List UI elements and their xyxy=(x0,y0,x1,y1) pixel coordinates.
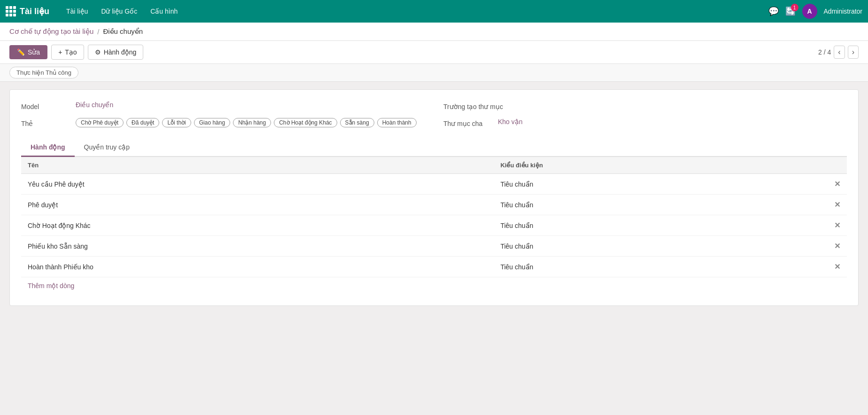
update-button[interactable]: 🔄 1 xyxy=(785,6,796,16)
table-row: Phiếu kho Sẵn sàng Tiêu chuẩn ✕ xyxy=(21,236,847,257)
tab-permissions[interactable]: Quyền truy cập xyxy=(75,139,139,157)
row-name: Hoàn thành Phiếu kho xyxy=(21,257,494,277)
col-name-header: Tên xyxy=(21,157,494,174)
breadcrumb-parent[interactable]: Cơ chế tự động tạo tài liệu xyxy=(9,27,93,36)
pencil-icon: ✏️ xyxy=(17,48,25,56)
model-field-row: Model Điều chuyển xyxy=(21,101,425,110)
delete-icon[interactable]: ✕ xyxy=(834,221,840,229)
create-button[interactable]: + Tạo xyxy=(51,45,84,60)
tags-label: Thẻ xyxy=(21,118,68,127)
delete-icon[interactable]: ✕ xyxy=(834,263,840,271)
row-name: Yêu cầu Phê duyệt xyxy=(21,174,494,195)
tag: Sẵn sàng xyxy=(340,118,374,127)
tag: Lỗi thời xyxy=(162,118,191,127)
brand-label: Tài liệu xyxy=(20,6,49,16)
nav-right: 💬 🔄 1 A Administrator xyxy=(768,4,862,19)
row-delete[interactable]: ✕ xyxy=(828,195,847,215)
parent-field-row: Thư mục cha Kho vận xyxy=(443,118,847,127)
tab-actions[interactable]: Hành động xyxy=(21,139,75,157)
nav-links: Tài liệu Dữ liệu Gốc Cấu hình xyxy=(61,5,768,18)
tag: Giao hàng xyxy=(194,118,230,127)
tags-container: Chờ Phê duyệtĐã duyệtLỗi thờiGiao hàngNh… xyxy=(76,118,417,127)
row-name: Chờ Hoạt động Khác xyxy=(21,215,494,236)
row-type: Tiêu chuẩn xyxy=(494,215,828,236)
brand[interactable]: Tài liệu xyxy=(6,6,49,16)
gear-icon: ⚙ xyxy=(95,48,101,56)
folder-field-row: Trường tạo thư mục xyxy=(443,101,847,110)
delete-icon[interactable]: ✕ xyxy=(834,242,840,250)
row-type: Tiêu chuẩn xyxy=(494,195,828,215)
pager-text: 2 / 4 xyxy=(818,48,831,56)
parent-folder-label: Thư mục cha xyxy=(443,118,490,127)
form-left: Model Điều chuyển Thẻ Chờ Phê duyệtĐã du… xyxy=(21,101,425,127)
parent-folder-value[interactable]: Kho vận xyxy=(498,118,523,125)
tag: Chờ Hoạt động Khác xyxy=(274,118,337,127)
tag: Nhận hàng xyxy=(233,118,271,127)
table-header-row: Tên Kiểu điều kiện xyxy=(21,157,847,174)
chat-button[interactable]: 💬 xyxy=(768,6,779,16)
table-row: Chờ Hoạt động Khác Tiêu chuẩn ✕ xyxy=(21,215,847,236)
row-delete[interactable]: ✕ xyxy=(828,236,847,257)
tag: Đã duyệt xyxy=(126,118,159,127)
top-navigation: Tài liệu Tài liệu Dữ liệu Gốc Cấu hình 💬… xyxy=(0,0,868,23)
status-chip: Thực hiện Thủ công xyxy=(9,67,78,78)
col-actions-header xyxy=(828,157,847,174)
model-value[interactable]: Điều chuyển xyxy=(76,101,113,109)
grid-icon xyxy=(6,6,16,16)
nav-link-documents[interactable]: Tài liệu xyxy=(61,5,93,18)
table-row: Hoàn thành Phiếu kho Tiêu chuẩn ✕ xyxy=(21,257,847,277)
row-name: Phiếu kho Sẵn sàng xyxy=(21,236,494,257)
row-name: Phê duyệt xyxy=(21,195,494,215)
add-row-link[interactable]: Thêm một dòng xyxy=(21,277,81,294)
pager: 2 / 4 ‹ › xyxy=(818,46,859,59)
chat-icon: 💬 xyxy=(768,6,779,16)
tag: Hoàn thành xyxy=(377,118,417,127)
col-type-header: Kiểu điều kiện xyxy=(494,157,828,174)
user-name-label: Administrator xyxy=(824,8,862,15)
avatar: A xyxy=(802,4,817,19)
toolbar: ✏️ Sửa + Tạo ⚙ Hành động 2 / 4 ‹ › xyxy=(0,41,868,64)
breadcrumb: Cơ chế tự động tạo tài liệu / Điều chuyể… xyxy=(0,23,868,41)
tabs: Hành động Quyền truy cập xyxy=(21,139,847,157)
table-row: Phê duyệt Tiêu chuẩn ✕ xyxy=(21,195,847,215)
main-content: Model Điều chuyển Thẻ Chờ Phê duyệtĐã du… xyxy=(0,82,868,313)
prev-button[interactable]: ‹ xyxy=(834,46,845,59)
row-type: Tiêu chuẩn xyxy=(494,257,828,277)
delete-icon[interactable]: ✕ xyxy=(834,201,840,209)
row-delete[interactable]: ✕ xyxy=(828,257,847,277)
action-button[interactable]: ⚙ Hành động xyxy=(88,45,144,60)
model-label: Model xyxy=(21,101,68,110)
nav-link-config[interactable]: Cấu hình xyxy=(145,5,183,18)
nav-link-source-data[interactable]: Dữ liệu Gốc xyxy=(95,5,143,18)
actions-table: Tên Kiểu điều kiện Yêu cầu Phê duyệt Tiê… xyxy=(21,157,847,277)
delete-icon[interactable]: ✕ xyxy=(834,180,840,188)
tag: Chờ Phê duyệt xyxy=(76,118,124,127)
row-delete[interactable]: ✕ xyxy=(828,215,847,236)
form-right: Trường tạo thư mục Thư mục cha Kho vận xyxy=(443,101,847,127)
tags-field-row: Thẻ Chờ Phê duyệtĐã duyệtLỗi thờiGiao hà… xyxy=(21,118,425,127)
update-badge: 1 xyxy=(791,4,798,11)
edit-button[interactable]: ✏️ Sửa xyxy=(9,45,47,59)
next-button[interactable]: › xyxy=(848,46,859,59)
form-card: Model Điều chuyển Thẻ Chờ Phê duyệtĐã du… xyxy=(9,89,859,306)
breadcrumb-current: Điều chuyển xyxy=(103,27,143,36)
status-bar: Thực hiện Thủ công xyxy=(0,64,868,82)
row-type: Tiêu chuẩn xyxy=(494,174,828,195)
row-delete[interactable]: ✕ xyxy=(828,174,847,195)
plus-icon: + xyxy=(58,48,62,56)
folder-label: Trường tạo thư mục xyxy=(443,101,503,110)
row-type: Tiêu chuẩn xyxy=(494,236,828,257)
table-row: Yêu cầu Phê duyệt Tiêu chuẩn ✕ xyxy=(21,174,847,195)
form-section: Model Điều chuyển Thẻ Chờ Phê duyệtĐã du… xyxy=(21,101,847,127)
breadcrumb-separator: / xyxy=(97,28,99,36)
add-row-container: Thêm một dòng xyxy=(21,277,847,294)
